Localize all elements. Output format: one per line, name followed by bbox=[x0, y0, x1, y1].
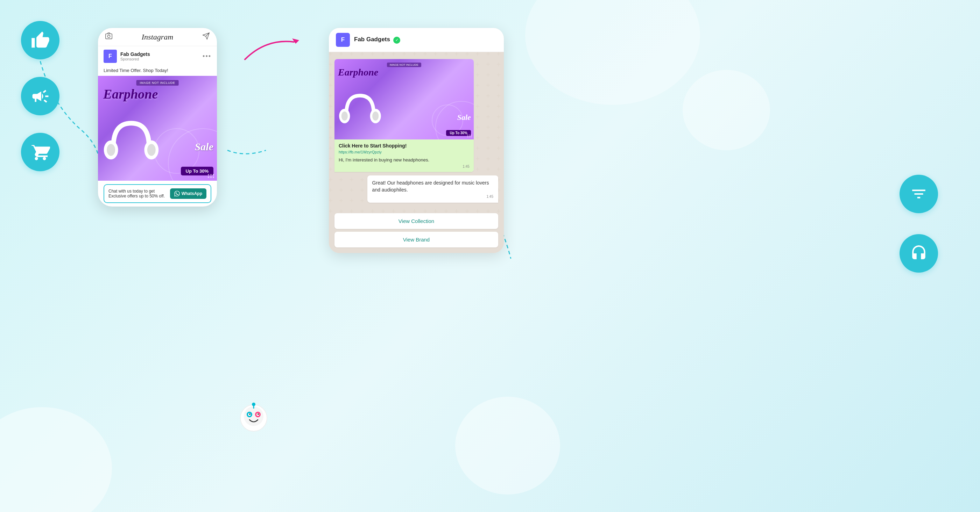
post-avatar: F bbox=[103, 50, 117, 63]
instagram-ad-image: IMAGE NOT INCLUDE Earphone Sale Up To 30… bbox=[98, 76, 217, 181]
whatsapp-icon bbox=[174, 191, 180, 197]
ad-image-badge: IMAGE NOT INCLUDE bbox=[137, 80, 179, 86]
curved-arrow bbox=[238, 32, 308, 67]
wa-headphone-graphic bbox=[337, 89, 383, 134]
bot-mascot bbox=[238, 402, 269, 435]
arrow-section bbox=[238, 21, 308, 67]
svg-point-3 bbox=[107, 144, 115, 156]
instagram-logo: Instagram bbox=[142, 33, 173, 41]
cta-text: Chat with us today to get Exclusive offe… bbox=[108, 189, 167, 198]
wa-verified-badge: ✓ bbox=[393, 37, 400, 44]
ad-earphone-title: Earphone bbox=[103, 86, 158, 102]
svg-point-5 bbox=[147, 144, 156, 156]
wa-message-text: Hi, I'm interested in buying new headpho… bbox=[339, 157, 469, 163]
wa-bubble-received: IMAGE NOT INCLUDE Earphone Sale Up To 30… bbox=[334, 59, 474, 172]
post-caption: Limited Time Offer. Shop Today! bbox=[98, 67, 217, 76]
wa-account-info: Fab Gadgets ✓ bbox=[354, 36, 400, 44]
wa-avatar: F bbox=[336, 33, 350, 47]
whatsapp-header: F Fab Gadgets ✓ bbox=[329, 28, 504, 52]
svg-point-1 bbox=[107, 35, 110, 37]
svg-rect-0 bbox=[106, 34, 112, 39]
megaphone-icon bbox=[21, 77, 59, 115]
post-header: F Fab Gadgets Sponsored ••• bbox=[98, 46, 217, 67]
instagram-header: Instagram bbox=[98, 28, 217, 46]
whatsapp-action-buttons: View Collection View Brand bbox=[329, 213, 504, 253]
view-collection-button[interactable]: View Collection bbox=[334, 213, 498, 229]
svg-point-10 bbox=[372, 111, 379, 120]
bg-blob-1 bbox=[0, 407, 112, 512]
main-content: Instagram F Fab Gadgets Sponsored ••• Li… bbox=[98, 21, 903, 253]
post-account-name: Fab Gadgets bbox=[120, 51, 199, 57]
send-icon bbox=[202, 32, 210, 41]
wa-ad-badge: IMAGE NOT INCLUDE bbox=[387, 63, 421, 67]
svg-point-12 bbox=[244, 406, 264, 426]
svg-point-17 bbox=[249, 414, 250, 415]
svg-point-20 bbox=[252, 403, 255, 406]
wa-message-link: https://fb.me/1WzyrQpziy bbox=[339, 150, 469, 154]
wa-ad-image: IMAGE NOT INCLUDE Earphone Sale Up To 30… bbox=[334, 59, 474, 139]
left-icon-group bbox=[21, 21, 59, 171]
headset-support-icon bbox=[899, 234, 938, 273]
svg-marker-6 bbox=[292, 38, 299, 44]
right-icon-group bbox=[899, 175, 938, 273]
post-sponsored: Sponsored bbox=[120, 57, 199, 61]
ad-headphone-graphic bbox=[102, 114, 161, 174]
view-brand-button[interactable]: View Brand bbox=[334, 232, 498, 247]
wa-bubble-sent: Great! Our headphones are designed for m… bbox=[368, 176, 498, 203]
wa-sent-message: Great! Our headphones are designed for m… bbox=[372, 180, 493, 193]
wa-bubble-content: Click Here to Start Shopping! https://fb… bbox=[334, 139, 474, 172]
wa-account-name: Fab Gadgets bbox=[354, 36, 390, 43]
funnel-icon bbox=[899, 175, 938, 213]
svg-point-8 bbox=[342, 111, 348, 120]
svg-point-18 bbox=[258, 414, 259, 415]
whatsapp-cta-button[interactable]: WhatsApp bbox=[170, 189, 207, 199]
wa-message-time: 1:45 bbox=[339, 165, 469, 168]
bot-mascot-svg bbox=[238, 402, 269, 434]
bg-blob-3 bbox=[455, 397, 560, 495]
ad-sale-text: Sale bbox=[195, 141, 213, 153]
wa-sent-time: 1:45 bbox=[372, 195, 493, 198]
whatsapp-cta: Chat with us today to get Exclusive offe… bbox=[103, 184, 211, 203]
post-info: Fab Gadgets Sponsored bbox=[120, 51, 199, 61]
shopping-cart-icon bbox=[21, 133, 59, 171]
post-options[interactable]: ••• bbox=[202, 53, 211, 60]
wa-sale-text: Sale bbox=[457, 113, 471, 122]
camera-icon bbox=[105, 32, 113, 41]
wa-earphone-text: Earphone bbox=[338, 67, 378, 78]
instagram-phone-mockup: Instagram F Fab Gadgets Sponsored ••• Li… bbox=[98, 28, 217, 206]
whatsapp-chat-area: IMAGE NOT INCLUDE Earphone Sale Up To 30… bbox=[329, 52, 504, 213]
whatsapp-phone-mockup: F Fab Gadgets ✓ IMAGE NOT INCLUDE Earpho… bbox=[329, 28, 504, 253]
thumbs-up-icon bbox=[21, 21, 59, 59]
wa-message-title: Click Here to Start Shopping! bbox=[339, 143, 469, 149]
